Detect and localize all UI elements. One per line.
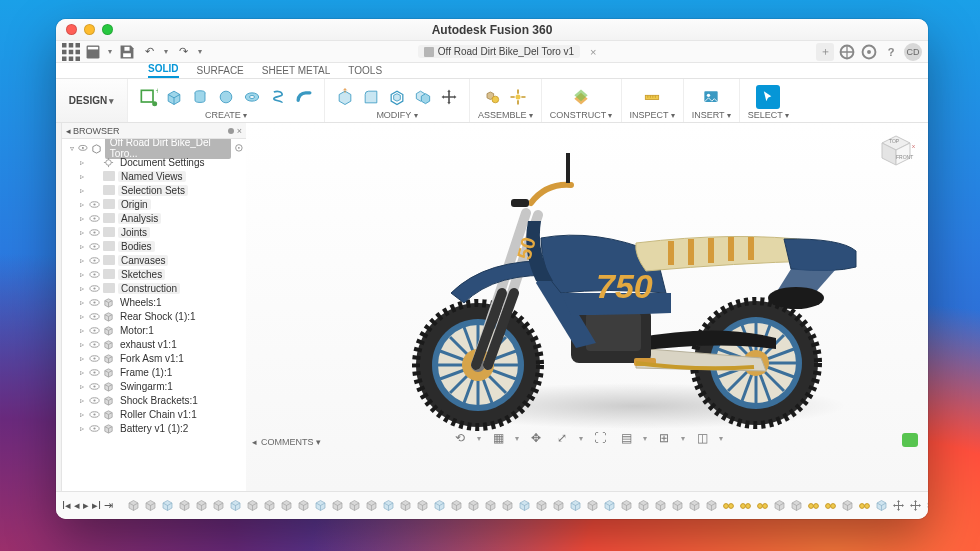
- notifications-icon[interactable]: [860, 43, 878, 61]
- timeline-play-button[interactable]: ▸: [83, 499, 89, 512]
- view-cube[interactable]: TOP FRONT x: [872, 129, 918, 175]
- expand-icon[interactable]: ▹: [78, 270, 86, 279]
- expand-icon[interactable]: ▹: [78, 228, 86, 237]
- expand-icon[interactable]: ▹: [78, 284, 86, 293]
- expand-icon[interactable]: ▹: [78, 382, 86, 391]
- timeline-feature[interactable]: [296, 498, 311, 513]
- expand-icon[interactable]: ▹: [78, 354, 86, 363]
- tree-item[interactable]: ▹Named Views: [62, 169, 246, 183]
- document-tab[interactable]: Off Road Dirt Bike_Del Toro v1: [418, 45, 580, 58]
- file-menu-caret-icon[interactable]: ▾: [106, 43, 114, 61]
- assemble-group-label[interactable]: ASSEMBLE: [478, 110, 533, 120]
- viewport[interactable]: 750: [246, 123, 928, 491]
- press-pull-button[interactable]: [333, 85, 357, 109]
- timeline-feature[interactable]: [619, 498, 634, 513]
- timeline-feature[interactable]: [840, 498, 855, 513]
- timeline-feature[interactable]: [806, 498, 821, 513]
- timeline-feature[interactable]: [415, 498, 430, 513]
- timeline-feature[interactable]: [177, 498, 192, 513]
- sphere-button[interactable]: [214, 85, 238, 109]
- undo-caret-icon[interactable]: ▾: [162, 43, 170, 61]
- timeline-feature[interactable]: [143, 498, 158, 513]
- extensions-icon[interactable]: [838, 43, 856, 61]
- tree-item[interactable]: ▹Sketches: [62, 267, 246, 281]
- grid-icon[interactable]: ⊞: [655, 429, 673, 447]
- tab-solid[interactable]: SOLID: [148, 63, 179, 78]
- sketch-button[interactable]: +: [136, 85, 160, 109]
- timeline-end-button[interactable]: ⇥: [104, 499, 113, 512]
- timeline-feature[interactable]: [126, 498, 141, 513]
- timeline-feature[interactable]: [279, 498, 294, 513]
- timeline-feature[interactable]: [517, 498, 532, 513]
- fit-icon[interactable]: ⛶: [591, 429, 609, 447]
- timeline-feature[interactable]: [262, 498, 277, 513]
- visibility-icon[interactable]: [89, 325, 100, 336]
- expand-icon[interactable]: ▹: [78, 424, 86, 433]
- timeline-feature[interactable]: [432, 498, 447, 513]
- measure-button[interactable]: [640, 85, 664, 109]
- timeline-feature[interactable]: [483, 498, 498, 513]
- expand-icon[interactable]: ▹: [78, 368, 86, 377]
- timeline-feature[interactable]: [687, 498, 702, 513]
- visibility-icon[interactable]: [89, 283, 100, 294]
- timeline-feature[interactable]: [211, 498, 226, 513]
- visibility-icon[interactable]: [89, 409, 100, 420]
- timeline-feature[interactable]: [466, 498, 481, 513]
- combine-button[interactable]: [411, 85, 435, 109]
- orbit-icon[interactable]: ⟲: [451, 429, 469, 447]
- torus-button[interactable]: [240, 85, 264, 109]
- expand-icon[interactable]: ▹: [78, 396, 86, 405]
- redo-button[interactable]: ↷: [174, 43, 192, 61]
- create-group-label[interactable]: CREATE: [205, 110, 247, 120]
- visibility-icon[interactable]: [89, 227, 100, 238]
- expand-icon[interactable]: ▹: [78, 242, 86, 251]
- look-at-icon[interactable]: ▦: [489, 429, 507, 447]
- expand-icon[interactable]: ▹: [78, 256, 86, 265]
- timeline-feature[interactable]: [245, 498, 260, 513]
- tree-item[interactable]: ▹Rear Shock (1):1: [62, 309, 246, 323]
- move-button[interactable]: [437, 85, 461, 109]
- visibility-icon[interactable]: [89, 199, 100, 210]
- tree-root[interactable]: ▿ Off Road Dirt Bike_Del Toro...: [62, 141, 246, 155]
- timeline-feature[interactable]: [653, 498, 668, 513]
- tree-item[interactable]: ▹Selection Sets: [62, 183, 246, 197]
- tree-item[interactable]: ▹Frame (1):1: [62, 365, 246, 379]
- timeline-step-fwd-button[interactable]: ▸I: [92, 499, 101, 512]
- pipe-button[interactable]: [292, 85, 316, 109]
- visibility-icon[interactable]: [89, 269, 100, 280]
- insert-button[interactable]: [699, 85, 723, 109]
- workspace-switcher[interactable]: DESIGN: [56, 79, 128, 122]
- expand-icon[interactable]: ▹: [78, 186, 86, 195]
- select-button[interactable]: [756, 85, 780, 109]
- tab-surface[interactable]: SURFACE: [197, 65, 244, 78]
- file-menu-button[interactable]: [84, 43, 102, 61]
- viewports-icon[interactable]: ◫: [693, 429, 711, 447]
- box-button[interactable]: [162, 85, 186, 109]
- expand-icon[interactable]: ▹: [78, 172, 86, 181]
- tree-item[interactable]: ▹Battery v1 (1):2: [62, 421, 246, 435]
- insert-group-label[interactable]: INSERT: [692, 110, 731, 120]
- timeline-step-back-button[interactable]: ◂: [74, 499, 80, 512]
- timeline-feature[interactable]: [891, 498, 906, 513]
- visibility-icon[interactable]: [89, 241, 100, 252]
- chat-button[interactable]: [902, 433, 918, 447]
- cylinder-button[interactable]: [188, 85, 212, 109]
- construct-plane-button[interactable]: [569, 85, 593, 109]
- browser-close-icon[interactable]: ×: [237, 126, 242, 136]
- expand-icon[interactable]: ▹: [78, 158, 86, 167]
- timeline-feature[interactable]: [194, 498, 209, 513]
- timeline-feature[interactable]: [721, 498, 736, 513]
- tab-sheet-metal[interactable]: SHEET METAL: [262, 65, 331, 78]
- visibility-icon[interactable]: [89, 395, 100, 406]
- construct-group-label[interactable]: CONSTRUCT: [550, 110, 613, 120]
- visibility-icon[interactable]: [89, 297, 100, 308]
- visibility-icon[interactable]: [89, 423, 100, 434]
- pan-icon[interactable]: ✥: [527, 429, 545, 447]
- browser-pin-icon[interactable]: [228, 128, 234, 134]
- undo-button[interactable]: ↶: [140, 43, 158, 61]
- modify-group-label[interactable]: MODIFY: [376, 110, 417, 120]
- save-button[interactable]: [118, 43, 136, 61]
- display-icon[interactable]: ▤: [617, 429, 635, 447]
- timeline-feature[interactable]: [449, 498, 464, 513]
- tree-item[interactable]: ▹exhaust v1:1: [62, 337, 246, 351]
